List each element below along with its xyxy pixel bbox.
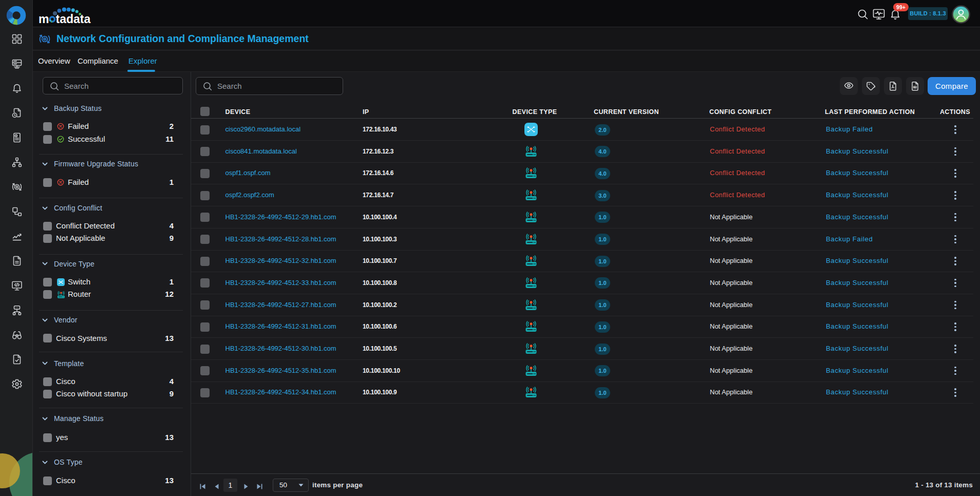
svg-text:CSV: CSV bbox=[914, 86, 918, 88]
svg-text:m: m bbox=[39, 12, 49, 26]
svg-text:tadata: tadata bbox=[56, 12, 91, 26]
